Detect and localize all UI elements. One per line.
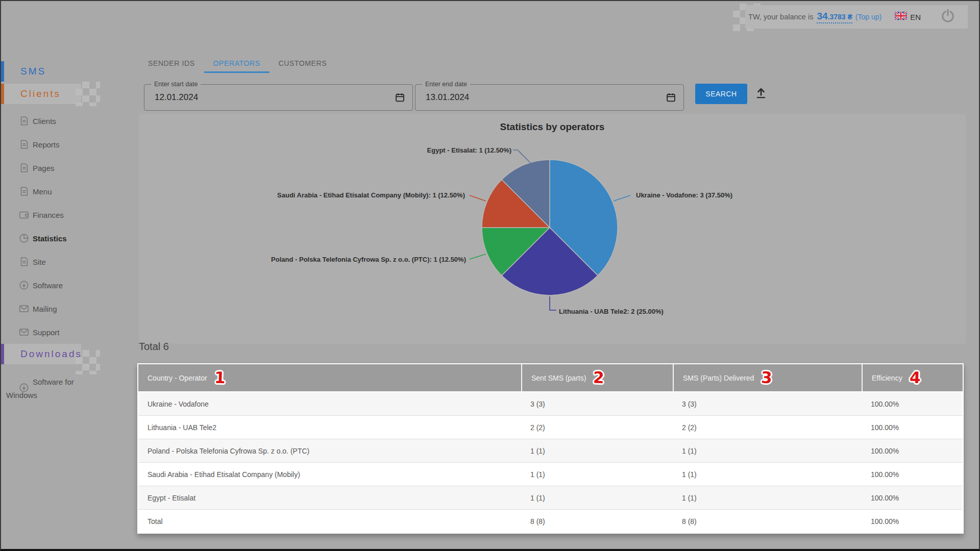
table-cell: Poland - Polska Telefonia Cyfrowa Sp. z … [138, 439, 521, 462]
column-header-sms-parts-delivered: SMS (Parts) Delivered3 [673, 364, 862, 391]
calendar-icon[interactable] [395, 92, 405, 103]
table-row: Poland - Polska Telefonia Cyfrowa Sp. z … [138, 439, 963, 462]
uk-flag-icon [895, 12, 907, 22]
column-header-label: SMS (Parts) Delivered [683, 374, 754, 382]
column-header-label: Sent SMS (parts) [531, 374, 586, 382]
column-header-sent-sms-parts: Sent SMS (parts)2 [521, 364, 673, 391]
start-date-field[interactable]: Enter start date 12.01.2024 [144, 84, 413, 111]
table-row: Ukraine - Vodafone3 (3)3 (3)100.00% [138, 392, 963, 415]
table-cell: 100.00% [862, 439, 963, 462]
section-title: Downloads [20, 348, 82, 360]
sidebar-item-label: Software for Windows [1, 375, 83, 402]
table-cell: 100.00% [862, 486, 963, 509]
sidebar-item-mailing[interactable]: Mailing [1, 297, 129, 320]
leader-line [513, 150, 530, 163]
document-icon [18, 139, 30, 150]
tab-customers[interactable]: CUSTOMERS [270, 54, 336, 73]
summary-total: Total 6 [139, 341, 169, 353]
sidebar-item-pages[interactable]: Pages [1, 156, 129, 180]
search-button[interactable]: SEARCH [695, 84, 747, 104]
leader-line [470, 195, 486, 201]
upload-icon [754, 87, 768, 102]
sidebar-item-clients[interactable]: Clients [1, 109, 129, 133]
sidebar-item-statistics[interactable]: Statistics [1, 227, 129, 250]
sidebar-item-label: Finances [33, 211, 64, 219]
table-body: Ukraine - Vodafone3 (3)3 (3)100.00%Lithu… [138, 392, 963, 533]
table-cell: 8 (8) [673, 510, 862, 533]
date-field-value: 13.01.2024 [426, 92, 469, 103]
table-cell: 100.00% [862, 416, 963, 439]
pie-chart-icon [18, 233, 30, 244]
column-header-country-operator: Country - Operator1 [138, 364, 521, 391]
sidebar-item-label: Clients [33, 117, 56, 126]
sidebar-section-clients[interactable]: Clients [1, 84, 129, 104]
calendar-icon[interactable] [666, 92, 676, 103]
pie-label-poland-polska-telefonia-cyfrowa-sp-z-o-o-ptc: Poland - Polska Telefonia Cyfrowa Sp. z … [271, 255, 466, 264]
sidebar-section-downloads[interactable]: Downloads [1, 344, 129, 364]
leader-line [614, 195, 630, 201]
power-icon [940, 8, 955, 26]
sidebar-item-reports[interactable]: Reports [1, 133, 129, 156]
sidebar-section-sms[interactable]: SMS [1, 61, 129, 82]
language-selector[interactable]: EN [895, 12, 921, 22]
sidebar-item-label: Pages [33, 164, 55, 172]
sidebar-item-label: Menu [33, 187, 52, 196]
topup-link[interactable]: (Top up) [855, 13, 881, 21]
table-header: Country - Operator1Sent SMS (parts)2SMS … [138, 364, 963, 392]
section-title: Clients [20, 88, 61, 99]
table-row: Egypt - Etisalat1 (1)1 (1)100.00% [138, 486, 963, 509]
envelope-icon [18, 303, 30, 314]
pie-chart [139, 114, 966, 344]
table-cell: 100.00% [862, 463, 963, 486]
sidebar: SMSClientsClientsReportsPagesMenuFinance… [1, 1, 129, 551]
sidebar-item-label: Software [33, 281, 63, 290]
column-header-efficiency: Efficiency4 [862, 364, 963, 391]
pie-label-saudi-arabia-etihad-etisalat-company-mobily: Saudi Arabia - Etihad Etisalat Company (… [277, 191, 465, 200]
table-cell: 2 (2) [673, 416, 862, 439]
document-icon [18, 115, 30, 127]
operators-table: Country - Operator1Sent SMS (parts)2SMS … [137, 363, 964, 534]
document-icon [18, 186, 30, 197]
annotation-badge: 4 [909, 370, 921, 386]
sidebar-item-menu[interactable]: Menu [1, 180, 129, 203]
document-icon [18, 162, 30, 173]
sidebar-item-label: Reports [33, 140, 60, 149]
table-cell: 8 (8) [521, 510, 673, 533]
document-icon [18, 256, 30, 267]
annotation-badge: 1 [214, 370, 226, 386]
envelope-icon [18, 327, 30, 338]
pie-label-ukraine-vodafone: Ukraine - Vodafone: 3 (37.50%) [636, 191, 732, 200]
sidebar-item-software[interactable]: Software [1, 273, 129, 297]
balance-panel: TW, your balance is 34.3783 ₴ (Top up) E… [745, 5, 968, 29]
tab-operators[interactable]: OPERATORS [204, 54, 270, 73]
table-cell: 3 (3) [673, 392, 862, 415]
sidebar-item-site[interactable]: Site [1, 250, 129, 273]
end-date-field[interactable]: Enter end date 13.01.2024 [415, 84, 684, 111]
wallet-icon [18, 209, 30, 220]
column-header-label: Country - Operator [148, 374, 207, 382]
language-label: EN [910, 13, 921, 21]
balance-amount-link[interactable]: 34.3783 ₴ [817, 11, 852, 23]
sidebar-item-software-for-windows[interactable]: Software for Windows [1, 375, 129, 402]
sidebar-item-finances[interactable]: Finances [1, 203, 129, 227]
section-accent-bar [1, 344, 4, 364]
tab-sender-ids[interactable]: SENDER IDS [139, 54, 204, 73]
table-cell: Saudi Arabia - Etihad Etisalat Company (… [138, 463, 521, 486]
date-field-label: Enter end date [422, 81, 470, 88]
table-cell: 2 (2) [521, 416, 673, 439]
date-field-label: Enter start date [151, 81, 201, 88]
table-cell: 1 (1) [521, 439, 673, 462]
table-cell: Ukraine - Vodafone [138, 392, 521, 415]
table-row: Total8 (8)8 (8)100.00% [138, 509, 963, 533]
leader-line [470, 254, 486, 259]
table-cell: 1 (1) [673, 463, 862, 486]
chart-card: Statistics by operators Ukraine - Vodafo… [139, 114, 966, 344]
screen: TW, your balance is 34.3783 ₴ (Top up) E… [0, 0, 980, 551]
date-field-value: 12.01.2024 [155, 92, 198, 103]
power-button[interactable] [940, 8, 955, 26]
sidebar-item-support[interactable]: Support [1, 320, 129, 344]
balance-fraction: .3783 [828, 13, 846, 21]
export-button[interactable] [754, 87, 768, 102]
table-cell: Egypt - Etisalat [138, 486, 521, 509]
section-accent-bar [1, 61, 4, 82]
